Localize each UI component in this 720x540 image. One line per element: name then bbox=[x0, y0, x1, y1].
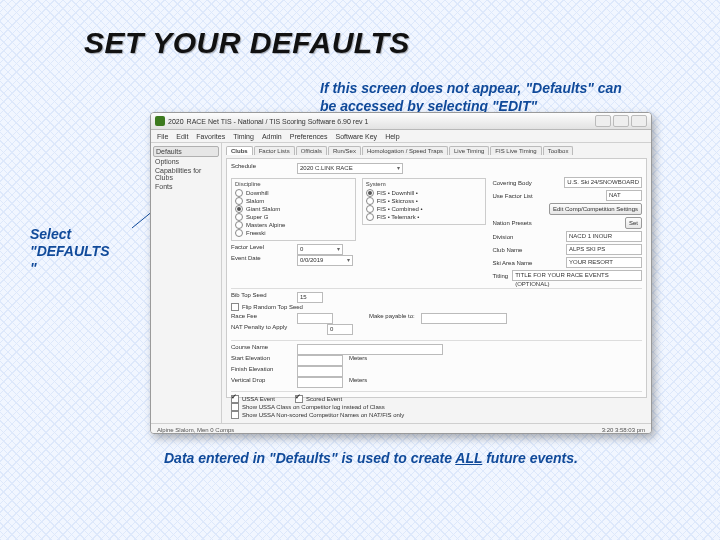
discipline-label: Discipline bbox=[235, 181, 352, 187]
status-right: 3:20 3:58:03 pm bbox=[602, 427, 645, 433]
app-window: 2020 RACE Net TIS - National / TIS Scori… bbox=[150, 112, 652, 434]
tab-homologation[interactable]: Homologation / Speed Traps bbox=[362, 146, 448, 155]
schedule-label: Schedule bbox=[231, 163, 291, 169]
sidebar: Defaults Options Capabilities for Clubs … bbox=[151, 143, 222, 423]
annotation-bottom-all: ALL bbox=[455, 450, 482, 466]
tab-toolbox[interactable]: Toolbox bbox=[543, 146, 574, 155]
menu-file[interactable]: File bbox=[157, 133, 168, 140]
payable-value[interactable] bbox=[421, 313, 507, 324]
vert-drop-value[interactable] bbox=[297, 377, 343, 388]
edit-comp-button[interactable]: Edit Comp/Competition Settings bbox=[549, 203, 642, 215]
race-fee-value[interactable] bbox=[297, 313, 333, 324]
division-label: Division bbox=[492, 234, 513, 240]
menu-edit[interactable]: Edit bbox=[176, 133, 188, 140]
titling-value[interactable]: TITLE FOR YOUR RACE EVENTS (OPTIONAL) bbox=[512, 270, 642, 281]
check-show-nonscored[interactable]: Show USSA Non-scored Competitor Names on… bbox=[231, 411, 642, 419]
division-row: Division NACD 1 INOUR bbox=[492, 231, 642, 242]
course-name-row: Course Name bbox=[231, 344, 642, 355]
menu-admin[interactable]: Admin bbox=[262, 133, 282, 140]
factor-level-row: Factor Level 0 bbox=[231, 244, 356, 255]
annotation-left-c: " bbox=[30, 260, 37, 276]
ski-area-label: Ski Area Name bbox=[492, 260, 532, 266]
maximize-button[interactable] bbox=[613, 115, 629, 127]
factor-level-select[interactable]: 0 bbox=[297, 244, 343, 255]
bottom-checks-section: USSA Event Scored Event Show USSA Class … bbox=[231, 391, 642, 419]
race-fee-row: Race Fee Make payable to: bbox=[231, 313, 642, 324]
discipline-masters[interactable]: Masters Alpine bbox=[235, 221, 352, 229]
start-elev-label: Start Elevation bbox=[231, 355, 291, 361]
division-value[interactable]: NACD 1 INOUR bbox=[566, 231, 642, 242]
left-column: Discipline Downhill Slalom Giant Slalom … bbox=[231, 177, 356, 283]
system-opt-0[interactable]: FIS • Downhill • bbox=[366, 189, 483, 197]
slide-root: SET YOUR DEFAULTS If this screen does no… bbox=[0, 0, 720, 540]
window-titlebar: 2020 RACE Net TIS - National / TIS Scori… bbox=[151, 113, 651, 130]
system-opt-1[interactable]: FIS • Skicross • bbox=[366, 197, 483, 205]
use-factor-value[interactable]: NAT bbox=[606, 190, 642, 201]
vert-drop-label: Vertical Drop bbox=[231, 377, 291, 383]
menu-help[interactable]: Help bbox=[385, 133, 399, 140]
start-elev-row: Start Elevation Meters bbox=[231, 355, 642, 366]
menu-preferences[interactable]: Preferences bbox=[290, 133, 328, 140]
two-column-top: Discipline Downhill Slalom Giant Slalom … bbox=[231, 177, 642, 283]
flip-random-check[interactable]: Flip Random Top Seed bbox=[231, 303, 642, 311]
tab-officials[interactable]: Officials bbox=[296, 146, 327, 155]
annotation-top-line1: If this screen does not appear, "Default… bbox=[320, 80, 622, 96]
check-scored-event[interactable]: Scored Event bbox=[295, 395, 342, 403]
finish-elev-row: Finish Elevation bbox=[231, 366, 642, 377]
ski-area-row: Ski Area Name YOUR RESORT bbox=[492, 257, 642, 268]
menu-timing[interactable]: Timing bbox=[233, 133, 254, 140]
status-left: Alpine Slalom, Men 0 Comps bbox=[157, 427, 234, 433]
schedule-select[interactable]: 2020 C.LINK RACE bbox=[297, 163, 403, 174]
tab-run-sex[interactable]: Run/Sex bbox=[328, 146, 361, 155]
start-elev-value[interactable] bbox=[297, 355, 343, 366]
sidebar-item-fonts[interactable]: Fonts bbox=[153, 182, 219, 191]
course-name-value[interactable] bbox=[297, 344, 443, 355]
discipline-downhill[interactable]: Downhill bbox=[235, 189, 352, 197]
tab-live-timing[interactable]: Live Timing bbox=[449, 146, 489, 155]
annotation-left-b: "DEFAULTS bbox=[30, 243, 110, 259]
bib-top-value[interactable]: 15 bbox=[297, 292, 323, 303]
system-opt-3[interactable]: FIS • Telemark • bbox=[366, 213, 483, 221]
nation-presets-button[interactable]: Set bbox=[625, 217, 642, 229]
schedule-row: Schedule 2020 C.LINK RACE bbox=[231, 163, 642, 174]
annotation-bottom: Data entered in "Defaults" is used to cr… bbox=[164, 450, 680, 468]
edit-comp-row: Edit Comp/Competition Settings bbox=[492, 203, 642, 215]
nat-penalty-value[interactable]: 0 bbox=[327, 324, 353, 335]
sidebar-item-options[interactable]: Options bbox=[153, 157, 219, 166]
discipline-super-g[interactable]: Super G bbox=[235, 213, 352, 221]
tab-clubs[interactable]: Clubs bbox=[226, 146, 253, 155]
minimize-button[interactable] bbox=[595, 115, 611, 127]
nat-penalty-label: NAT Penalty to Apply bbox=[231, 324, 321, 330]
covering-body-value[interactable]: U.S. Ski 24/SNOWBOARD bbox=[564, 177, 642, 188]
check-ussa-event[interactable]: USSA Event bbox=[231, 395, 275, 403]
tab-factor-lists[interactable]: Factor Lists bbox=[254, 146, 295, 155]
discipline-slalom[interactable]: Slalom bbox=[235, 197, 352, 205]
discipline-freeski[interactable]: Freeski bbox=[235, 229, 352, 237]
slide-title: SET YOUR DEFAULTS bbox=[84, 26, 410, 60]
system-label: System bbox=[366, 181, 483, 187]
tab-row: Clubs Factor Lists Officials Run/Sex Hom… bbox=[226, 146, 647, 155]
factor-level-label: Factor Level bbox=[231, 244, 291, 250]
annotation-top: If this screen does not appear, "Default… bbox=[320, 80, 690, 115]
check-show-ussa-class[interactable]: Show USSA Class on Competitor log instea… bbox=[231, 403, 642, 411]
sidebar-item-capabilities[interactable]: Capabilities for Clubs bbox=[153, 166, 219, 182]
sidebar-item-defaults[interactable]: Defaults bbox=[153, 146, 219, 157]
system-opt-2[interactable]: FIS • Combined • bbox=[366, 205, 483, 213]
menu-software-key[interactable]: Software Key bbox=[335, 133, 377, 140]
tab-fis-live-timing[interactable]: FIS Live Timing bbox=[490, 146, 541, 155]
main-panel: Clubs Factor Lists Officials Run/Sex Hom… bbox=[222, 143, 651, 423]
annotation-left-a: Select bbox=[30, 226, 71, 242]
ski-area-value[interactable]: YOUR RESORT bbox=[566, 257, 642, 268]
close-button[interactable] bbox=[631, 115, 647, 127]
statusbar: Alpine Slalom, Men 0 Comps 3:20 3:58:03 … bbox=[151, 423, 651, 434]
flip-random-label: Flip Random Top Seed bbox=[242, 304, 303, 310]
window-body: Defaults Options Capabilities for Clubs … bbox=[151, 143, 651, 423]
discipline-giant-slalom[interactable]: Giant Slalom bbox=[235, 205, 352, 213]
menu-favorites[interactable]: Favorites bbox=[196, 133, 225, 140]
club-value[interactable]: ALPS SKI PS bbox=[566, 244, 642, 255]
finish-elev-value[interactable] bbox=[297, 366, 343, 377]
system-group: System FIS • Downhill • FIS • Skicross •… bbox=[362, 178, 487, 225]
nation-presets-label: Nation Presets bbox=[492, 220, 531, 226]
window-buttons bbox=[595, 115, 647, 127]
event-date-field[interactable]: 0/0/2019 bbox=[297, 255, 353, 266]
